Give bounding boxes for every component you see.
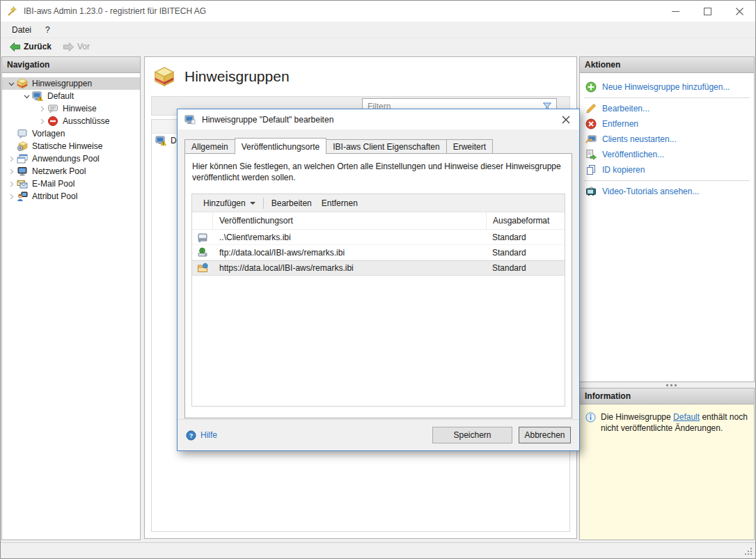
forward-button[interactable]: Vor	[58, 40, 94, 54]
network-monitor-icon	[17, 166, 28, 177]
tree-label: Hinweisgruppen	[32, 79, 92, 88]
menu-help[interactable]: ?	[38, 23, 57, 37]
tv-icon	[585, 186, 597, 197]
action-video-tutorials[interactable]: Video-Tutorials ansehen...	[580, 184, 754, 199]
location-row-ftp[interactable]: ftp://data.local/IBI-aws/remarks.ibi Sta…	[192, 245, 565, 260]
action-publish[interactable]: Veröffentlichen...	[580, 147, 754, 162]
tree-item-statische-hinweise[interactable]: Statische Hinweise	[2, 140, 140, 152]
action-restart-clients[interactable]: Clients neustarten...	[580, 132, 754, 147]
action-copy-id[interactable]: ID kopieren	[580, 162, 754, 178]
titlebar: IBI-aws Admin 1.23.0 - registriert für I…	[1, 1, 755, 22]
chevron-right-icon[interactable]	[8, 155, 15, 163]
tab-erweitert[interactable]: Erweitert	[446, 139, 493, 154]
separator	[263, 198, 264, 209]
location-format: Standard	[486, 233, 565, 242]
tree-item-ausschluesse[interactable]: Ausschlüsse	[2, 115, 140, 127]
column-ausgabeformat[interactable]: Ausgabeformat	[486, 212, 565, 229]
info-icon	[585, 412, 596, 423]
tree-label: Ausschlüsse	[63, 116, 109, 126]
chevron-right-icon[interactable]	[8, 180, 15, 188]
monitor-warning-icon	[155, 135, 166, 146]
package-box-icon	[17, 78, 28, 89]
tree-item-hinweise[interactable]: Hinweise	[2, 102, 140, 115]
minimize-button[interactable]	[659, 1, 691, 22]
tree-label: E-Mail Pool	[32, 179, 74, 189]
action-remove[interactable]: Entfernen	[580, 116, 754, 132]
add-location-button[interactable]: Hinzufügen	[198, 196, 260, 210]
chevron-down-icon[interactable]	[8, 80, 15, 88]
action-label: Veröffentlichen...	[602, 150, 664, 159]
ftp-server-icon	[197, 247, 208, 258]
action-edit[interactable]: Bearbeiten...	[580, 101, 754, 116]
resize-grip-icon[interactable]	[744, 547, 753, 556]
close-icon	[562, 116, 570, 124]
tree-item-default[interactable]: Default	[2, 90, 140, 102]
action-label: Clients neustarten...	[602, 134, 677, 144]
grip-dots-icon	[666, 384, 668, 386]
page-title-icon	[154, 66, 175, 87]
action-label: Neue Hinweisgruppe hinzufügen...	[602, 82, 730, 92]
tab-page-veroeffentlichungsorte: Hier können Sie festlegen, an welchen Or…	[184, 153, 572, 418]
cancel-button[interactable]: Abbrechen	[519, 427, 571, 443]
tree-item-vorlagen[interactable]: Vorlagen	[2, 127, 140, 140]
window-title: IBI-aws Admin 1.23.0 - registriert für I…	[24, 6, 206, 16]
location-row-https[interactable]: https://data.local/IBI-aws/remarks.ibi S…	[192, 260, 565, 276]
tab-allgemein[interactable]: Allgemein	[184, 139, 235, 154]
mail-icon	[17, 178, 28, 189]
chevron-right-icon[interactable]	[38, 118, 46, 125]
tree-label: Netzwerk Pool	[32, 166, 86, 176]
locations-toolbar: Hinzufügen Bearbeiten Entfernen	[192, 194, 565, 212]
web-folder-icon	[197, 262, 208, 274]
chevron-right-icon[interactable]	[8, 168, 15, 175]
menu-file[interactable]: Datei	[5, 23, 38, 37]
tree-item-hinweisgruppen[interactable]: Hinweisgruppen	[2, 77, 140, 90]
dialog-tabstrip: Allgemein Veröffentlichungsorte IBI-aws …	[184, 137, 572, 154]
menubar: Datei ?	[1, 22, 755, 38]
tree-label: Vorlagen	[32, 129, 65, 139]
chevron-right-icon[interactable]	[38, 105, 46, 113]
block-minus-icon	[47, 116, 58, 127]
tree-item-attribut-pool[interactable]: Attribut Pool	[2, 190, 140, 203]
tab-client-eigenschaften[interactable]: IBI-aws Client Eigenschaften	[326, 139, 446, 154]
save-button[interactable]: Speichern	[432, 427, 512, 443]
speech-bubble-icon	[47, 103, 58, 114]
splitter-handle[interactable]	[579, 382, 755, 388]
location-path: ..\Client\remarks.ibi	[213, 233, 486, 242]
action-add-group[interactable]: Neue Hinweisgruppe hinzufügen...	[580, 79, 754, 95]
help-icon: ?	[186, 430, 196, 441]
remove-location-button[interactable]: Entfernen	[317, 196, 363, 210]
actions-header: Aktionen	[580, 57, 754, 73]
location-path: ftp://data.local/IBI-aws/remarks.ibi	[213, 248, 486, 258]
location-row-client[interactable]: ..\Client\remarks.ibi Standard	[192, 230, 565, 245]
chevron-right-icon[interactable]	[8, 193, 15, 200]
tree-item-netzwerk-pool[interactable]: Netzwerk Pool	[2, 165, 140, 178]
dialog-close-button[interactable]	[554, 110, 578, 129]
location-format: Standard	[486, 263, 565, 273]
chevron-down-icon[interactable]	[23, 93, 31, 100]
tab-veroeffentlichungsorte[interactable]: Veröffentlichungsorte	[235, 138, 327, 155]
page-title: Hinweisgruppen	[184, 68, 290, 85]
edit-group-dialog: Hinweisgruppe "Default" bearbeiten Allge…	[177, 109, 580, 451]
nav-toolbar: Zurück Vor	[1, 38, 755, 55]
tree-item-email-pool[interactable]: E-Mail Pool	[2, 178, 140, 190]
edit-location-label: Bearbeiten	[271, 198, 312, 208]
info-default-link[interactable]: Default	[673, 412, 700, 422]
help-label: Hilfe	[200, 430, 217, 440]
box-gear-icon	[17, 141, 28, 152]
help-link[interactable]: ? Hilfe	[186, 430, 217, 441]
dialog-footer: ? Hilfe Speichern Abbrechen	[178, 419, 579, 450]
dropdown-caret-icon	[250, 202, 255, 205]
close-button[interactable]	[723, 1, 755, 22]
back-label: Zurück	[24, 42, 52, 52]
edit-location-button[interactable]: Bearbeiten	[267, 196, 317, 210]
copy-icon	[585, 164, 597, 175]
user-monitor-icon	[17, 191, 28, 202]
back-button[interactable]: Zurück	[5, 40, 56, 54]
maximize-button[interactable]	[691, 1, 723, 22]
column-veroeffentlichungsort[interactable]: Veröffentlichungsort	[213, 216, 486, 226]
add-circle-icon	[585, 81, 597, 93]
tree-label: Attribut Pool	[32, 191, 77, 201]
actions-panel: Aktionen Neue Hinweisgruppe hinzufügen..…	[579, 56, 755, 382]
separator	[584, 180, 750, 181]
tree-item-anwendungs-pool[interactable]: Anwendungs Pool	[2, 152, 140, 165]
